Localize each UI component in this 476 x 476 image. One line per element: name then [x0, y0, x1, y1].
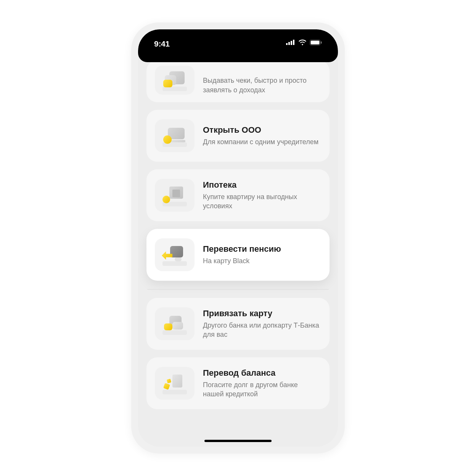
card-desc: Купите квартиру на выгодных условиях	[203, 192, 320, 211]
svg-rect-5	[311, 40, 320, 44]
card-transfer-pension[interactable]: Перевести пенсию На карту Black	[146, 229, 330, 281]
svg-rect-3	[293, 40, 294, 45]
status-bar: 9:41	[138, 29, 338, 62]
card-link-icon	[155, 307, 195, 340]
svg-rect-0	[286, 43, 288, 45]
card-desc: Для компании с одним учредителем	[203, 137, 320, 146]
card-link-card[interactable]: Привязать карту Другого банка или допкар…	[146, 298, 330, 350]
home-indicator[interactable]	[204, 440, 272, 442]
card-title: Открыть ООО	[203, 125, 320, 135]
card-desc: Погасите долг в другом банке нашей креди…	[203, 380, 320, 399]
pension-icon	[155, 238, 195, 271]
company-icon	[155, 119, 195, 152]
battery-icon	[310, 40, 322, 45]
wifi-icon	[298, 39, 307, 45]
svg-rect-2	[291, 41, 292, 45]
svg-rect-6	[321, 41, 322, 43]
card-text: Выдавать чеки, быстро и просто заявлять …	[203, 76, 320, 95]
card-mortgage[interactable]: Ипотека Купите квартиру на выгодных усло…	[146, 169, 330, 221]
cards-list: Выдавать чеки, быстро и просто заявлять …	[146, 75, 330, 409]
status-icons	[286, 39, 322, 45]
card-title: Перевести пенсию	[203, 244, 320, 254]
card-balance-transfer[interactable]: Перевод баланса Погасите долг в другом б…	[146, 357, 330, 409]
card-text: Перевести пенсию На карту Black	[203, 244, 320, 265]
cellular-signal-icon	[286, 40, 295, 45]
card-title: Перевод баланса	[203, 368, 320, 378]
register-icon	[155, 66, 195, 95]
card-text: Ипотека Купите квартиру на выгодных усло…	[203, 180, 320, 211]
status-time: 9:41	[154, 39, 170, 48]
card-desc: На карту Black	[203, 256, 320, 265]
svg-rect-1	[288, 42, 290, 45]
divider	[147, 289, 329, 289]
balance-transfer-icon	[155, 367, 195, 400]
card-open-ooo[interactable]: Открыть ООО Для компании с одним учредит…	[146, 110, 330, 162]
card-title: Ипотека	[203, 180, 320, 190]
phone-frame: 9:41	[131, 23, 345, 453]
screen-content[interactable]: Выдавать чеки, быстро и просто заявлять …	[138, 62, 338, 447]
card-register-receipts[interactable]: Выдавать чеки, быстро и просто заявлять …	[146, 62, 330, 102]
card-text: Привязать карту Другого банка или допкар…	[203, 309, 320, 339]
card-desc: Выдавать чеки, быстро и просто заявлять …	[203, 76, 320, 95]
phone-screen: 9:41	[138, 29, 338, 447]
card-text: Открыть ООО Для компании с одним учредит…	[203, 125, 320, 146]
card-text: Перевод баланса Погасите долг в другом б…	[203, 368, 320, 399]
card-title: Привязать карту	[203, 309, 320, 318]
house-icon	[155, 179, 195, 212]
card-desc: Другого банка или допкарту Т-Банка для в…	[203, 321, 320, 339]
